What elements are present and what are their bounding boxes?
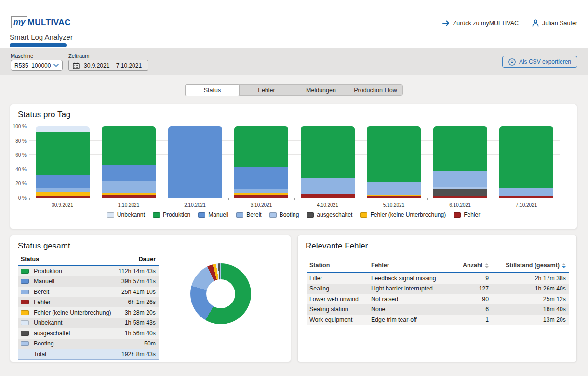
bar-segment-manuell	[234, 167, 288, 188]
bar-segment-bereit	[367, 182, 421, 195]
bar-segment-bereit	[301, 178, 355, 194]
download-icon	[508, 58, 516, 66]
x-axis-tick	[29, 198, 30, 200]
tab-fehler[interactable]: Fehler	[239, 85, 294, 95]
tab-production-flow[interactable]: Production Flow	[348, 85, 402, 95]
bar-segment-bereit	[36, 188, 90, 192]
fehler-cell: Feedback signal missing	[371, 275, 450, 282]
y-axis-label: 100 %	[10, 124, 27, 129]
legend-label: Fehler	[464, 211, 480, 218]
legend-label: Manuell	[208, 211, 228, 218]
fehler-table-row[interactable]: Work equipmentEdge trim tear-off113m 20s	[307, 315, 569, 325]
legend-item-produktion: Produktion	[153, 211, 190, 218]
stacked-bar-30.9.2021[interactable]	[36, 126, 90, 198]
stacked-bar-2.10.2021[interactable]	[168, 126, 222, 198]
sort-icon[interactable]	[485, 263, 489, 268]
smart-log-analyzer-screen: my MULTIVAC Zurück zu myMULTIVAC Julian …	[0, 0, 588, 386]
stacked-bar-7.10.2021[interactable]	[499, 126, 553, 198]
legend-item-fehler: Fehler	[454, 211, 480, 218]
x-axis-label: 30.9.2021	[29, 202, 95, 207]
status-duration: 3h 28m 20s	[125, 309, 156, 316]
legend-label: ausgeschaltet	[317, 211, 352, 218]
status-gesamt-table: StatusDauerProduktion112h 14m 43sManuell…	[18, 254, 159, 360]
tab-meldungen[interactable]: Meldungen	[294, 85, 348, 95]
status-table-row[interactable]: Produktion112h 14m 43s	[18, 266, 159, 276]
x-axis-tick	[294, 198, 295, 200]
anzahl-cell: 127	[450, 285, 489, 292]
bar-segment-unbekannt	[36, 126, 90, 132]
legend-label: Bereit	[246, 211, 261, 218]
status-table-total-row: Total192h 8m 43s	[18, 349, 159, 360]
period-date-range-field[interactable]: 30.9.2021 – 7.10.2021	[68, 60, 148, 71]
donut-hole	[206, 279, 235, 308]
stillstand-cell: 2h 17m 38s	[489, 275, 566, 282]
stacked-bar-chart: 0 %20 %40 %60 %80 %100 %30.9.20211.10.20…	[29, 127, 560, 198]
sort-down-arrow	[485, 266, 489, 268]
y-axis-label: 40 %	[10, 167, 27, 172]
legend-item-manuell: Manuell	[198, 211, 228, 218]
fehler-table-row[interactable]: Sealing stationNone616m 40s	[307, 304, 569, 315]
stillstand-cell: 25m 12s	[489, 296, 566, 303]
fehler-table-row[interactable]: Lower web unwindNot raised9025m 12s	[307, 294, 569, 304]
x-axis-tick	[162, 198, 162, 200]
status-name: Bereit	[34, 289, 121, 295]
bar-segment-ausgeschaltet	[433, 189, 487, 195]
fehler-table-row[interactable]: FillerFeedback signal missing92h 17m 38s	[307, 273, 569, 284]
stacked-bar-3.10.2021[interactable]	[234, 126, 288, 198]
status-table-row[interactable]: Manuell39h 57m 41s	[18, 276, 159, 287]
back-link-label: Zurück zu myMULTIVAC	[453, 20, 519, 27]
status-duration: 1h 56m 40s	[125, 330, 156, 337]
column-header-stillstand-gesamt-[interactable]: Stillstand (gesamt)	[489, 262, 566, 269]
status-table-row[interactable]: ausgeschaltet1h 56m 40s	[18, 328, 159, 339]
legend-swatch	[269, 212, 277, 218]
status-table-row[interactable]: Booting50m	[18, 339, 159, 349]
station-cell: Sealing station	[309, 306, 371, 313]
stacked-bar-6.10.2021[interactable]	[433, 126, 487, 198]
bar-segment-bereit	[102, 181, 156, 193]
status-swatch	[21, 290, 29, 294]
machine-filter-label: Maschine	[11, 53, 33, 59]
y-axis-label: 0 %	[10, 195, 27, 201]
legend-swatch	[198, 212, 205, 218]
back-to-mymultivac-link[interactable]: Zurück zu myMULTIVAC	[442, 20, 519, 27]
app-tab-label[interactable]: Smart Log Analyzer	[10, 33, 73, 41]
stacked-bar-5.10.2021[interactable]	[367, 126, 421, 198]
stacked-bar-4.10.2021[interactable]	[301, 126, 355, 198]
top-bar: my MULTIVAC Zurück zu myMULTIVAC Julian …	[0, 0, 588, 48]
sort-icon[interactable]	[562, 263, 566, 268]
status-table-row[interactable]: Fehler6h 1m 26s	[18, 297, 159, 308]
relevante-fehler-table: StationFehlerAnzahlStillstand (gesamt)Fi…	[307, 260, 569, 325]
x-axis-label: 5.10.2021	[361, 202, 427, 207]
x-axis-tick	[427, 198, 428, 200]
legend-label: Unbekannt	[117, 211, 145, 218]
status-name: Fehler	[34, 299, 128, 305]
status-table-row[interactable]: Fehler (keine Unterbrechung)3h 28m 20s	[18, 307, 159, 318]
x-axis-label: 6.10.2021	[427, 202, 493, 207]
column-header-anzahl[interactable]: Anzahl	[450, 262, 489, 269]
legend-swatch	[307, 212, 314, 218]
stillstand-cell: 1h 26m 40s	[489, 285, 566, 292]
fehler-table-header: StationFehlerAnzahlStillstand (gesamt)	[307, 260, 569, 273]
x-axis-tick	[228, 198, 229, 200]
user-menu[interactable]: Julian Sauter	[532, 19, 577, 27]
fehler-table-row[interactable]: SealingLight barrier interrupted1271h 26…	[307, 284, 569, 294]
relevante-fehler-card: Relevante Fehler StationFehlerAnzahlStil…	[297, 235, 577, 362]
machine-select[interactable]: R535_100000	[11, 60, 63, 71]
status-name: Manuell	[34, 278, 121, 285]
stacked-bar-1.10.2021[interactable]	[102, 126, 156, 198]
export-csv-button[interactable]: Als CSV exportieren	[502, 56, 577, 68]
bar-segment-produktion	[102, 126, 156, 165]
status-swatch	[21, 341, 29, 346]
tab-status[interactable]: Status	[185, 84, 240, 96]
bar-segment-fehler	[36, 196, 90, 198]
anzahl-cell: 6	[450, 306, 489, 313]
status-swatch	[21, 279, 29, 284]
status-table-row[interactable]: Unbekannt1h 58m 43s	[18, 318, 159, 329]
status-table-row[interactable]: Bereit25h 41m 10s	[18, 287, 159, 297]
fehler-cell: None	[371, 306, 450, 313]
column-header-fehler: Fehler	[371, 262, 450, 269]
anzahl-cell: 9	[450, 275, 489, 282]
fehler-cell: Not raised	[371, 296, 450, 303]
x-axis-tick	[560, 198, 560, 200]
status-gesamt-title: Status gesamt	[18, 241, 70, 251]
